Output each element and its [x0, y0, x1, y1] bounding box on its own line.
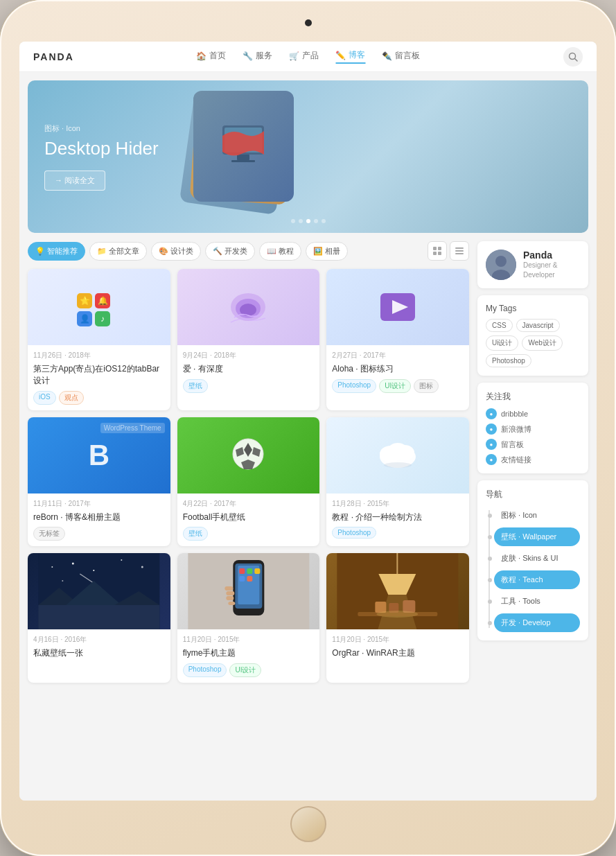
post-card[interactable]: 9月24日 · 2018年 爱 · 有深度 壁纸	[177, 269, 320, 410]
svg-rect-12	[455, 253, 464, 254]
nav-item-tutorial[interactable]: 教程 · Teach	[494, 570, 580, 589]
post-tag[interactable]: 壁纸	[183, 527, 208, 541]
search-button[interactable]	[563, 47, 583, 67]
post-card[interactable]: WordPress Theme B 11月11日 · 2017年 reBorn …	[28, 417, 170, 547]
post-tag[interactable]: 观点	[59, 391, 84, 405]
nav-dot	[488, 557, 492, 561]
hero-image-stack	[159, 87, 297, 226]
follow-link-guestboard[interactable]: ● 留言板	[486, 439, 580, 450]
nav-logo: PANDA	[33, 51, 74, 62]
svg-rect-54	[247, 568, 252, 574]
hero-read-btn[interactable]: → 阅读全文	[44, 171, 105, 191]
post-card[interactable]: 2月27日 · 2017年 Aloha · 图标练习 Photoshop UI设…	[326, 269, 469, 410]
post-card[interactable]: 4月22日 · 2017年 Football手机壁纸 壁纸	[177, 417, 320, 547]
svg-point-40	[93, 570, 94, 571]
svg-rect-5	[231, 160, 255, 162]
nav-item-icon[interactable]: 图标 · Icon	[494, 506, 580, 525]
post-tag[interactable]: Photoshop	[183, 663, 227, 677]
svg-rect-56	[239, 576, 245, 582]
post-tag[interactable]: Photoshop	[332, 379, 376, 393]
nav-links: 🏠 首页 🔧 服务 🛒 产品 ✏️ 博客 ✒️ 留言板	[196, 49, 420, 64]
guestboard-icon: ●	[486, 439, 497, 450]
post-meta: 11月26日 · 2018年 第三方App(寄点)在iOS12的tabBar设计…	[28, 345, 170, 410]
post-card[interactable]: 4月16日 · 2016年 私藏壁纸一张	[28, 553, 170, 683]
list-view-btn[interactable]	[450, 241, 469, 261]
post-title: 第三方App(寄点)在iOS12的tabBar设计	[33, 363, 165, 387]
post-meta: 11月28日 · 2015年 教程 · 介绍一种绘制方法 Photoshop	[326, 493, 469, 545]
svg-rect-11	[455, 250, 464, 252]
post-tag[interactable]: UI设计	[229, 663, 261, 677]
post-tag[interactable]: 壁纸	[183, 379, 208, 393]
tag-ui[interactable]: Ui设计	[486, 335, 518, 351]
svg-rect-61	[228, 602, 235, 605]
follow-link-dribbble[interactable]: ● dribbble	[486, 408, 580, 419]
hero-banner: 图标 · Icon Desktop Hider → 阅读全文	[28, 80, 588, 233]
post-tags: Photoshop	[332, 527, 464, 539]
post-date: 2月27日 · 2017年	[332, 351, 464, 360]
ipad-home-button[interactable]	[290, 806, 326, 842]
post-title: flyme手机主题	[183, 647, 315, 659]
nav-link-guestbook[interactable]: ✒️ 留言板	[382, 49, 420, 64]
follow-link-weibo[interactable]: ● 新浪微博	[486, 423, 580, 435]
post-tag[interactable]: iOS	[33, 391, 56, 405]
nav-items: 图标 · Icon 壁纸 · Wallpaper 皮肤 · Skins & UI	[486, 506, 580, 632]
nav-link-home[interactable]: 🏠 首页	[196, 49, 226, 64]
weibo-icon: ●	[486, 423, 497, 435]
follow-link-friends[interactable]: ● 友情链接	[486, 454, 580, 465]
post-card[interactable]: 11月20日 · 2015年 flyme手机主题 Photoshop UI设计	[177, 553, 320, 683]
svg-rect-7	[438, 247, 441, 250]
nav-item-skin[interactable]: 皮肤 · Skins & UI	[494, 549, 580, 568]
post-meta: 2月27日 · 2017年 Aloha · 图标练习 Photoshop UI设…	[326, 345, 469, 399]
svg-rect-4	[237, 155, 249, 160]
dot-5	[322, 219, 326, 223]
post-tag[interactable]: 图标	[414, 379, 439, 393]
nav-item-wallpaper[interactable]: 壁纸 · Wallpaper	[494, 527, 580, 546]
post-meta: 4月22日 · 2017年 Football手机壁纸 壁纸	[177, 493, 320, 547]
tag-css[interactable]: CSS	[486, 319, 513, 332]
post-thumbnail	[326, 417, 469, 493]
tab-tutorial[interactable]: 📖 教程	[259, 242, 301, 261]
palette-icon: 🎨	[159, 247, 168, 256]
svg-rect-55	[254, 568, 260, 574]
ipad-frame: PANDA 🏠 首页 🔧 服务 🛒 产品 ✏️ 博客	[0, 0, 616, 856]
post-card[interactable]: 11月28日 · 2015年 教程 · 介绍一种绘制方法 Photoshop	[326, 417, 469, 547]
follow-section: 关注我 ● dribbble ● 新浪微博 ●	[477, 383, 588, 473]
tags-section-title: My Tags	[486, 304, 580, 313]
svg-point-39	[72, 563, 74, 565]
tab-album[interactable]: 🖼️ 相册	[306, 242, 348, 261]
tab-smart-recommend[interactable]: 💡 智能推荐	[28, 242, 85, 261]
post-thumbnail	[326, 269, 469, 345]
author-info: Panda Designer & Developer	[523, 250, 580, 280]
post-title: Football手机壁纸	[183, 512, 315, 523]
post-tag[interactable]: 无标签	[33, 527, 65, 541]
nav-item-develop[interactable]: 开发 · Develop	[494, 613, 580, 632]
post-date: 11月20日 · 2015年	[183, 635, 315, 645]
tag-javascript[interactable]: Javascript	[516, 319, 560, 332]
post-thumbnail	[177, 417, 320, 493]
nav-link-product[interactable]: 🛒 产品	[289, 49, 319, 64]
tag-photoshop[interactable]: Photoshop	[486, 354, 531, 367]
tab-all-articles[interactable]: 📁 全部文章	[89, 242, 147, 261]
tab-design[interactable]: 🎨 设计类	[151, 242, 201, 261]
post-tag[interactable]: UI设计	[379, 379, 411, 393]
post-tag[interactable]: Photoshop	[332, 527, 376, 539]
view-toggles	[428, 241, 469, 261]
svg-point-42	[141, 566, 143, 568]
nav-line	[489, 510, 490, 628]
post-card[interactable]: 11月20日 · 2015年 OrgRar · WinRAR主题	[326, 553, 469, 683]
hero-text: 图标 · Icon Desktop Hider → 阅读全文	[44, 123, 159, 191]
folder-icon: 📁	[97, 247, 107, 256]
guestbook-icon: ✒️	[382, 51, 392, 61]
avatar	[486, 250, 516, 280]
post-card[interactable]: ⭐ 🔔 👤 ♪ 11月26日 · 2018年 第三方App(寄点)在iOS12的…	[28, 269, 170, 410]
nav-link-service[interactable]: 🔧 服务	[243, 49, 272, 64]
nav-item-tools[interactable]: 工具 · Tools	[494, 592, 580, 611]
tag-web[interactable]: Web设计	[522, 335, 562, 351]
posts-grid: ⭐ 🔔 👤 ♪ 11月26日 · 2018年 第三方App(寄点)在iOS12的…	[28, 269, 469, 683]
tab-dev[interactable]: 🔨 开发类	[205, 242, 255, 261]
grid-view-btn[interactable]	[428, 241, 447, 261]
wrench-icon: 🔨	[213, 247, 222, 256]
hero-category: 图标 · Icon	[44, 123, 159, 134]
nav-link-blog[interactable]: ✏️ 博客	[335, 49, 365, 64]
post-tags: 壁纸	[183, 527, 315, 541]
